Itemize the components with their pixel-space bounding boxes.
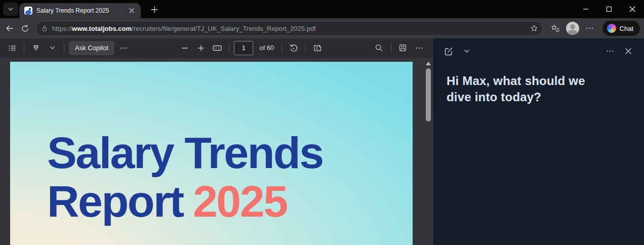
lock-icon[interactable] [41, 25, 48, 32]
copilot-sidebar-header: ⋯ [434, 38, 644, 58]
sidebar-close-button[interactable] [622, 45, 635, 58]
more-icon: ⋯ [415, 44, 423, 52]
url-text: https://www.totaljobs.com/recruiters/fil… [52, 25, 527, 32]
more-icon: ⋯ [119, 44, 128, 52]
page-count-label: of 60 [259, 44, 274, 52]
zoom-out-button[interactable] [178, 41, 192, 55]
new-tab-button[interactable] [147, 2, 162, 17]
pdf-cover-title: Salary Trends Report2025 [10, 62, 413, 226]
chevron-down-icon [8, 6, 14, 12]
active-tab[interactable]: Salary Trends Report 2025 [19, 3, 141, 18]
toolbar-divider [229, 44, 229, 53]
more-icon: ⋯ [586, 24, 594, 32]
copilot-logo-icon [607, 24, 616, 33]
draw-highlighter-button[interactable] [29, 41, 43, 55]
refresh-button[interactable] [17, 21, 32, 36]
scrollbar-thumb[interactable] [426, 68, 431, 121]
site-favicon-icon [24, 7, 32, 15]
draw-options-chevron[interactable] [45, 41, 59, 55]
settings-more-button[interactable]: ⋯ [582, 21, 597, 36]
tab-title: Salary Trends Report 2025 [36, 7, 127, 14]
url-scheme: https:// [52, 25, 72, 32]
pdf-canvas[interactable]: Salary Trends Report2025 [0, 58, 433, 245]
favorite-star-icon[interactable] [530, 24, 538, 32]
toolbar-divider [64, 44, 64, 53]
title-year: 2025 [193, 176, 287, 226]
pdf-toolbar: Ask Copilot ⋯ [0, 38, 433, 58]
pdf-page-1: Salary Trends Report2025 [10, 62, 413, 245]
toolbar-divider [281, 44, 282, 53]
copilot-sidebar: ⋯ Hi Max, what should we dive into today… [433, 38, 644, 245]
toolbar-divider [305, 44, 306, 53]
rotate-button[interactable] [287, 41, 301, 55]
address-bar[interactable]: https://www.totaljobs.com/recruiters/fil… [35, 21, 543, 36]
copilot-chat-button[interactable]: Chat [602, 21, 640, 36]
zoom-in-button[interactable] [194, 41, 208, 55]
chat-mode-chevron[interactable] [460, 45, 473, 58]
window-maximize-button[interactable] [597, 0, 621, 18]
pdf-viewer: Ask Copilot ⋯ [0, 38, 433, 245]
profile-avatar[interactable] [566, 22, 579, 35]
favorites-bar-button[interactable] [548, 21, 563, 36]
page-number-input[interactable] [234, 41, 253, 55]
copilot-greeting: Hi Max, what should we dive into today? [447, 73, 606, 105]
toolbar-divider [391, 44, 391, 53]
fit-to-width-button[interactable] [210, 41, 224, 55]
toolbar-divider [24, 44, 24, 53]
navigation-bar: https://www.totaljobs.com/recruiters/fil… [0, 18, 644, 38]
browser-window: Salary Trends Report 2025 [0, 0, 644, 245]
save-button[interactable] [396, 41, 410, 55]
new-chat-button[interactable] [442, 45, 455, 58]
more-icon: ⋯ [606, 47, 614, 55]
ask-copilot-button[interactable]: Ask Copilot [69, 41, 114, 55]
chat-button-label: Chat [620, 25, 633, 32]
tab-strip: Salary Trends Report 2025 [0, 0, 644, 18]
scroll-up-arrow-icon[interactable] [426, 62, 431, 65]
title-report: Report [47, 176, 183, 226]
tab-search-button[interactable] [3, 3, 18, 16]
title-line-1: Salary Trends [47, 128, 323, 178]
tab-close-button[interactable] [127, 6, 137, 16]
pdf-more-options-button[interactable]: ⋯ [116, 41, 131, 55]
pdf-scrollbar[interactable] [425, 58, 432, 245]
url-domain: www.totaljobs.com [72, 25, 132, 32]
table-of-contents-button[interactable] [5, 41, 19, 55]
url-path: /recruiters/file/general/TJ_UK_Salary_Tr… [132, 25, 316, 32]
back-button[interactable] [2, 21, 17, 36]
sidebar-more-button[interactable]: ⋯ [603, 45, 617, 58]
window-minimize-button[interactable] [574, 0, 597, 18]
window-close-button[interactable] [621, 0, 644, 18]
toolbar-more-button[interactable]: ⋯ [412, 41, 426, 55]
search-document-button[interactable] [372, 41, 386, 55]
page-view-button[interactable] [310, 41, 325, 55]
